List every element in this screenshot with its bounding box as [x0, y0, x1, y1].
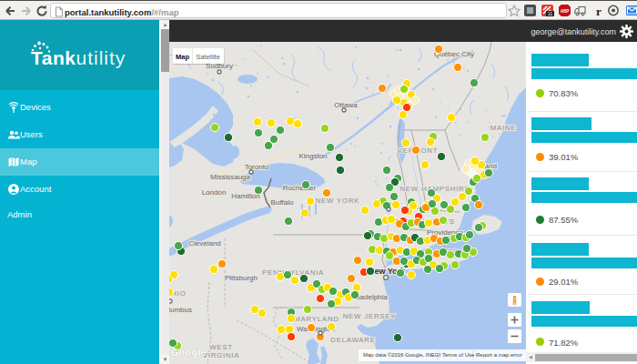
- svg-text:NEW YORK: NEW YORK: [316, 197, 360, 205]
- svg-text:NEW JERSEY: NEW JERSEY: [343, 312, 397, 320]
- svg-text:Map: Map: [176, 53, 189, 61]
- svg-text:Satellite: Satellite: [196, 53, 220, 61]
- svg-text:Kingston: Kingston: [298, 152, 327, 160]
- svg-text:Rochester: Rochester: [283, 184, 317, 192]
- svg-text:DELAWARE: DELAWARE: [330, 336, 376, 344]
- svg-text:Map data ©2016 Google, INEGI: Map data ©2016 Google, INEGI: [363, 352, 440, 358]
- svg-text:MAINE: MAINE: [490, 124, 517, 132]
- svg-text:Cleveland: Cleveland: [188, 239, 221, 248]
- svg-text:PENNSYLVANIA: PENNSYLVANIA: [262, 268, 324, 277]
- svg-text:ABP: ABP: [561, 9, 570, 14]
- svg-text:VIRGINIA: VIRGINIA: [203, 351, 240, 359]
- svg-text:r: r: [596, 5, 602, 17]
- svg-text:Columbus: Columbus: [169, 306, 192, 314]
- svg-text:WEST: WEST: [209, 343, 233, 351]
- svg-text:Terms of Use: Terms of Use: [442, 352, 475, 358]
- svg-text:Ottawa: Ottawa: [334, 101, 358, 109]
- svg-text:London: London: [202, 188, 227, 197]
- svg-text:Pittsburgh: Pittsburgh: [225, 274, 258, 282]
- svg-text:Toronto: Toronto: [245, 163, 269, 171]
- svg-text:Buffalo: Buffalo: [271, 198, 294, 207]
- svg-text:MARYLAND: MARYLAND: [294, 315, 339, 323]
- svg-text:11: 11: [548, 11, 553, 16]
- svg-text:Google: Google: [171, 347, 207, 358]
- svg-text:Mississauga: Mississauga: [210, 173, 251, 181]
- svg-text:Report a map error: Report a map error: [476, 352, 522, 358]
